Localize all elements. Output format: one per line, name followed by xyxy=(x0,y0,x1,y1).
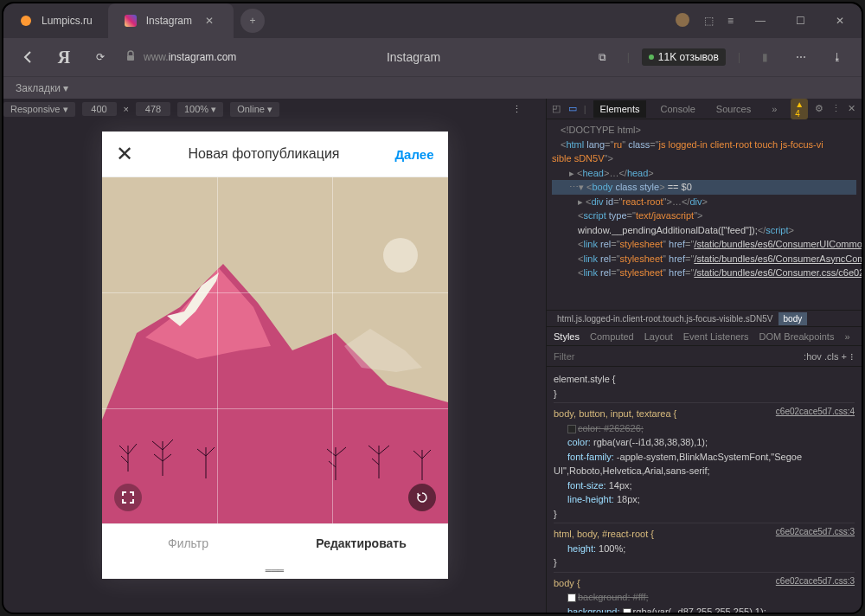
downloads-icon[interactable]: ⬚ xyxy=(704,15,714,27)
tab-computed[interactable]: Computed xyxy=(590,331,634,342)
ig-close-icon[interactable]: ✕ xyxy=(116,142,133,166)
viewport-panel: Responsive ▾ 400 × 478 100% ▾ Online ▾ ⋮… xyxy=(3,99,546,614)
new-rule-icon[interactable]: + xyxy=(842,351,847,362)
tab-edit[interactable]: Редактировать xyxy=(275,524,448,562)
tab-more-icon[interactable]: » xyxy=(765,100,784,118)
drag-handle[interactable]: ═══ xyxy=(102,562,448,579)
user-avatar-icon[interactable] xyxy=(675,12,690,30)
more-icon[interactable]: ⋯ xyxy=(789,45,813,69)
device-options-icon[interactable]: ⋮ xyxy=(504,97,529,121)
crumb-html[interactable]: html.js.logged-in.client-root.touch.js-f… xyxy=(552,312,778,325)
menu-icon[interactable]: ≡ xyxy=(727,15,734,27)
settings-icon[interactable]: ⚙ xyxy=(815,100,823,118)
tab-dom-breakpoints[interactable]: DOM Breakpoints xyxy=(759,331,835,342)
bookmarks-bar[interactable]: Закладки ▾ xyxy=(3,76,862,99)
dt-more-icon[interactable]: ⋮ xyxy=(831,100,841,118)
tab-close-icon[interactable]: ✕ xyxy=(201,12,218,29)
lock-icon xyxy=(125,50,137,65)
ig-header: ✕ Новая фотопубликация Далее xyxy=(102,132,448,177)
reload-button[interactable]: ⟳ xyxy=(88,45,112,69)
dim-separator: × xyxy=(124,104,129,114)
tab-favicon-instagram xyxy=(124,14,138,28)
css-source-link[interactable]: c6e02cace5d7.css:4 xyxy=(776,405,855,418)
minimize-button[interactable]: — xyxy=(747,8,773,34)
dom-tree[interactable]: <!DOCTYPE html> <html lang="ru" class="j… xyxy=(547,119,862,310)
svg-rect-1 xyxy=(125,15,137,27)
bookmark-icon[interactable]: ▮ xyxy=(753,45,777,69)
width-input[interactable]: 400 xyxy=(82,102,117,116)
svg-point-2 xyxy=(676,13,689,27)
expand-crop-icon[interactable] xyxy=(114,484,142,511)
filter-input[interactable] xyxy=(554,351,804,362)
yandex-button[interactable]: Я xyxy=(52,45,76,69)
url-domain: instagram.com xyxy=(169,51,237,63)
dom-body-selected[interactable]: ⋯▾ <body class style> == $0 xyxy=(552,180,856,195)
ig-photo-canvas[interactable]: ║ xyxy=(102,177,448,523)
css-source-link[interactable]: c6e02cace5d7.css:3 xyxy=(776,525,855,538)
nav-bar: Я ⟳ www.instagram.com Instagram ⧉ | 11K … xyxy=(3,38,862,76)
styles-filter-bar: :hov .cls + ⫶ xyxy=(547,346,862,367)
tab-lumpics[interactable]: Lumpics.ru xyxy=(3,3,108,38)
bookmarks-label: Закладки ▾ xyxy=(16,82,68,94)
tab-console[interactable]: Console xyxy=(653,100,702,118)
crum: body[interactable]: body xyxy=(778,312,808,325)
status-indicator xyxy=(649,55,654,60)
title-bar: Lumpics.ru Instagram ✕ + ⬚ ≡ — ☐ ✕ xyxy=(3,3,862,38)
tab-sources[interactable]: Sources xyxy=(709,100,758,118)
popup-icon[interactable]: ⧉ xyxy=(591,45,615,69)
inspect-icon[interactable]: ◰ xyxy=(552,100,561,118)
tab-favicon-lumpics xyxy=(19,14,33,28)
plus-icon: + xyxy=(250,15,256,27)
styles-tabs: Styles Computed Layout Event Listeners D… xyxy=(547,327,862,346)
photo-artwork xyxy=(102,177,448,523)
download-icon[interactable]: ⭳ xyxy=(825,45,849,69)
svg-rect-3 xyxy=(127,55,134,61)
page-title: Instagram xyxy=(248,50,578,64)
url-bar[interactable]: www.instagram.com xyxy=(125,50,236,65)
dt-close-icon[interactable]: ✕ xyxy=(848,100,856,118)
tab-label: Lumpics.ru xyxy=(42,15,93,27)
tab-layout[interactable]: Layout xyxy=(644,331,673,342)
cls-toggle[interactable]: .cls xyxy=(824,351,839,362)
rule-selector: body, button, input, textarea { xyxy=(554,408,676,419)
reviews-count: 11K отзывов xyxy=(658,51,719,63)
zoom-select[interactable]: 100% ▾ xyxy=(177,102,223,117)
throttle-select[interactable]: Online ▾ xyxy=(230,102,279,117)
tab-instagram[interactable]: Instagram ✕ xyxy=(108,3,234,38)
rotate-icon[interactable] xyxy=(408,484,436,511)
tab-more[interactable]: » xyxy=(844,331,849,342)
rule-selector: body { xyxy=(554,578,580,588)
dom-doctype: <!DOCTYPE html> xyxy=(561,125,641,135)
ig-tabs: Фильтр Редактировать xyxy=(102,523,448,562)
styles-content[interactable]: element.style { } c6e02cace5d7.css:4 bod… xyxy=(547,367,862,614)
url-prefix: www. xyxy=(144,51,169,63)
css-source-link[interactable]: c6e02cace5d7.css:3 xyxy=(776,574,855,587)
tab-styles[interactable]: Styles xyxy=(554,331,580,342)
tab-label: Instagram xyxy=(146,15,192,27)
ig-next-button[interactable]: Далее xyxy=(394,147,433,162)
svg-point-0 xyxy=(21,16,31,26)
filter-more-icon[interactable]: ⫶ xyxy=(849,351,855,362)
warning-count[interactable]: ▲ 4 xyxy=(791,99,808,119)
ig-title: Новая фотопубликация xyxy=(188,146,339,162)
height-input[interactable]: 478 xyxy=(136,102,170,116)
rule-selector: element.style { xyxy=(554,374,616,384)
rule-selector: html, body, #react-root { xyxy=(554,529,654,539)
reviews-badge[interactable]: 11K отзывов xyxy=(642,48,726,66)
devtools-panel: ◰ ▭ | Elements Console Sources » ▲ 4 ⚙ ⋮… xyxy=(546,99,862,614)
tab-event-listeners[interactable]: Event Listeners xyxy=(683,331,749,342)
device-mode-select[interactable]: Responsive ▾ xyxy=(3,102,75,117)
maximize-button[interactable]: ☐ xyxy=(787,8,813,34)
svg-point-5 xyxy=(383,238,418,273)
hov-toggle[interactable]: :hov xyxy=(804,351,822,362)
instagram-frame: ✕ Новая фотопубликация Далее xyxy=(102,132,448,579)
device-toggle-icon[interactable]: ▭ xyxy=(567,100,576,118)
back-button[interactable] xyxy=(16,45,40,69)
device-toolbar: Responsive ▾ 400 × 478 100% ▾ Online ▾ ⋮ xyxy=(3,99,546,119)
tab-filter[interactable]: Фильтр xyxy=(102,524,275,562)
dom-breadcrumb[interactable]: html.js.logged-in.client-root.touch.js-f… xyxy=(547,310,862,327)
close-window-button[interactable]: ✕ xyxy=(827,8,853,34)
devtools-header: ◰ ▭ | Elements Console Sources » ▲ 4 ⚙ ⋮… xyxy=(547,99,862,119)
tab-elements[interactable]: Elements xyxy=(593,100,647,118)
new-tab-button[interactable]: + xyxy=(240,9,265,33)
